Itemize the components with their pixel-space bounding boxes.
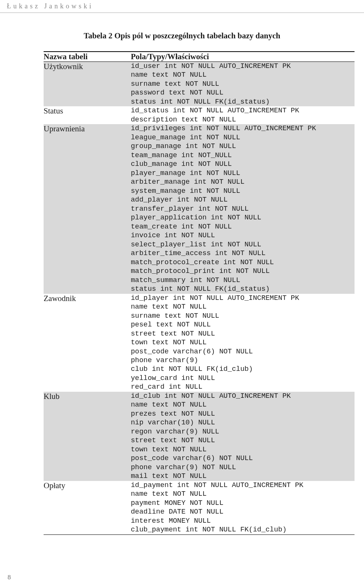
table-row: Klub id_club int NOT NULL AUTO_INCREMENT… bbox=[44, 392, 355, 481]
header-left: Nazwa tabeli bbox=[44, 52, 131, 62]
row-name: Użytkownik bbox=[44, 62, 131, 107]
row-fields: id_privileges int NOT NULL AUTO_INCREMEN… bbox=[131, 124, 355, 293]
page-number: 8 bbox=[8, 574, 11, 581]
table-header-row: Nazwa tabeli Pola/Typy/Właściwości bbox=[44, 52, 355, 62]
row-name: Uprawnienia bbox=[44, 124, 131, 293]
row-fields: id_status int NOT NULL AUTO_INCREMENT PK… bbox=[131, 106, 355, 124]
table-row: Zawodnik id_player int NOT NULL AUTO_INC… bbox=[44, 294, 355, 392]
table-row: Status id_status int NOT NULL AUTO_INCRE… bbox=[44, 106, 355, 124]
row-name: Zawodnik bbox=[44, 294, 131, 392]
row-fields: id_user int NOT NULL AUTO_INCREMENT PK n… bbox=[131, 62, 355, 107]
schema-table: Nazwa tabeli Pola/Typy/Właściwości Użytk… bbox=[44, 51, 355, 535]
row-fields: id_player int NOT NULL AUTO_INCREMENT PK… bbox=[131, 294, 355, 392]
row-name: Opłaty bbox=[44, 481, 131, 534]
row-name: Klub bbox=[44, 392, 131, 481]
running-header: Łukasz Jankowski bbox=[0, 0, 364, 13]
table-row: Użytkownik id_user int NOT NULL AUTO_INC… bbox=[44, 62, 355, 107]
row-name: Status bbox=[44, 106, 131, 124]
table-row: Uprawnienia id_privileges int NOT NULL A… bbox=[44, 124, 355, 293]
table-row: Opłaty id_payment int NOT NULL AUTO_INCR… bbox=[44, 481, 355, 534]
table-caption: Tabela 2 Opis pól w poszczególnych tabel… bbox=[0, 31, 364, 41]
header-right: Pola/Typy/Właściwości bbox=[131, 52, 355, 62]
row-fields: id_club int NOT NULL AUTO_INCREMENT PK n… bbox=[131, 392, 355, 481]
row-fields: id_payment int NOT NULL AUTO_INCREMENT P… bbox=[131, 481, 355, 534]
